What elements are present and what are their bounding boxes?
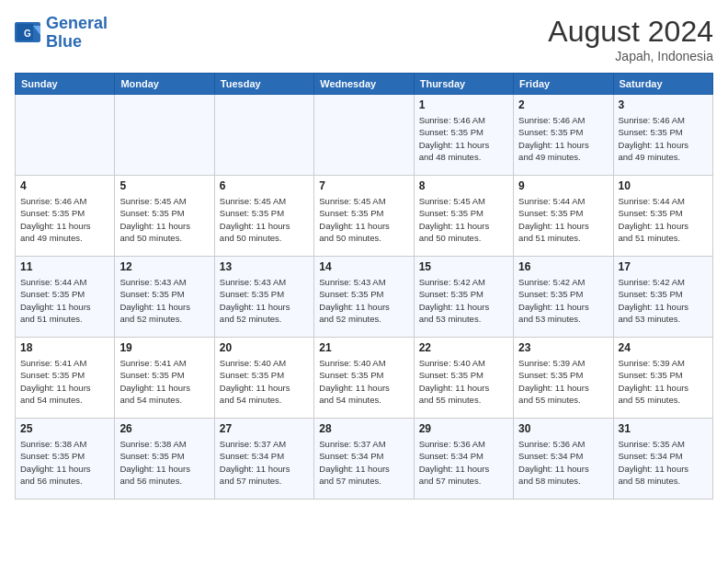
calendar-body: 1Sunrise: 5:46 AM Sunset: 5:35 PM Daylig… <box>16 95 713 500</box>
calendar-cell: 21Sunrise: 5:40 AM Sunset: 5:35 PM Dayli… <box>314 338 414 419</box>
day-number: 12 <box>119 260 209 273</box>
calendar-week-4: 18Sunrise: 5:41 AM Sunset: 5:35 PM Dayli… <box>16 338 713 419</box>
calendar-cell: 24Sunrise: 5:39 AM Sunset: 5:35 PM Dayli… <box>613 338 712 419</box>
calendar-cell <box>16 95 115 176</box>
weekday-header-tuesday: Tuesday <box>214 74 313 95</box>
day-number: 19 <box>119 341 209 354</box>
calendar-header: SundayMondayTuesdayWednesdayThursdayFrid… <box>16 74 713 95</box>
title-block: August 2024 Japah, Indonesia <box>548 15 713 63</box>
calendar-cell <box>214 95 313 176</box>
day-info: Sunrise: 5:44 AM Sunset: 5:35 PM Dayligh… <box>619 195 708 244</box>
day-info: Sunrise: 5:43 AM Sunset: 5:35 PM Dayligh… <box>319 276 408 325</box>
day-info: Sunrise: 5:43 AM Sunset: 5:35 PM Dayligh… <box>220 276 309 325</box>
calendar-cell: 17Sunrise: 5:42 AM Sunset: 5:35 PM Dayli… <box>613 257 712 338</box>
day-info: Sunrise: 5:42 AM Sunset: 5:35 PM Dayligh… <box>419 276 508 325</box>
logo-icon: G <box>15 22 42 44</box>
calendar-table: SundayMondayTuesdayWednesdayThursdayFrid… <box>15 73 713 500</box>
day-number: 9 <box>518 179 608 192</box>
calendar-cell: 29Sunrise: 5:36 AM Sunset: 5:34 PM Dayli… <box>414 419 513 500</box>
day-number: 6 <box>220 179 309 192</box>
day-info: Sunrise: 5:46 AM Sunset: 5:35 PM Dayligh… <box>419 114 508 163</box>
calendar-week-5: 25Sunrise: 5:38 AM Sunset: 5:35 PM Dayli… <box>16 419 713 500</box>
day-info: Sunrise: 5:35 AM Sunset: 5:34 PM Dayligh… <box>619 438 708 487</box>
day-number: 1 <box>419 98 508 111</box>
calendar-week-3: 11Sunrise: 5:44 AM Sunset: 5:35 PM Dayli… <box>16 257 713 338</box>
location: Japah, Indonesia <box>548 49 713 63</box>
calendar-cell: 28Sunrise: 5:37 AM Sunset: 5:34 PM Dayli… <box>314 419 414 500</box>
calendar-cell: 23Sunrise: 5:39 AM Sunset: 5:35 PM Dayli… <box>514 338 613 419</box>
day-number: 31 <box>619 422 708 435</box>
calendar-cell: 22Sunrise: 5:40 AM Sunset: 5:35 PM Dayli… <box>414 338 513 419</box>
day-number: 22 <box>419 341 508 354</box>
calendar-cell: 30Sunrise: 5:36 AM Sunset: 5:34 PM Dayli… <box>514 419 613 500</box>
day-info: Sunrise: 5:40 AM Sunset: 5:35 PM Dayligh… <box>319 357 408 406</box>
calendar-cell: 7Sunrise: 5:45 AM Sunset: 5:35 PM Daylig… <box>314 176 414 257</box>
day-number: 15 <box>419 260 508 273</box>
weekday-header-friday: Friday <box>514 74 613 95</box>
calendar-cell <box>115 95 214 176</box>
svg-text:G: G <box>24 29 31 39</box>
day-info: Sunrise: 5:45 AM Sunset: 5:35 PM Dayligh… <box>119 195 209 244</box>
day-number: 23 <box>518 341 608 354</box>
day-number: 3 <box>619 98 708 111</box>
day-info: Sunrise: 5:41 AM Sunset: 5:35 PM Dayligh… <box>20 357 109 406</box>
calendar-cell: 26Sunrise: 5:38 AM Sunset: 5:35 PM Dayli… <box>115 419 214 500</box>
calendar-cell: 5Sunrise: 5:45 AM Sunset: 5:35 PM Daylig… <box>115 176 214 257</box>
day-number: 26 <box>119 422 209 435</box>
day-info: Sunrise: 5:39 AM Sunset: 5:35 PM Dayligh… <box>518 357 608 406</box>
day-info: Sunrise: 5:38 AM Sunset: 5:35 PM Dayligh… <box>119 438 209 487</box>
calendar-cell: 1Sunrise: 5:46 AM Sunset: 5:35 PM Daylig… <box>414 95 513 176</box>
day-info: Sunrise: 5:43 AM Sunset: 5:35 PM Dayligh… <box>119 276 209 325</box>
day-number: 30 <box>518 422 608 435</box>
day-number: 28 <box>319 422 408 435</box>
day-number: 13 <box>220 260 309 273</box>
day-info: Sunrise: 5:44 AM Sunset: 5:35 PM Dayligh… <box>20 276 109 325</box>
weekday-header-sunday: Sunday <box>16 74 115 95</box>
day-info: Sunrise: 5:46 AM Sunset: 5:35 PM Dayligh… <box>20 195 109 244</box>
calendar-cell: 3Sunrise: 5:46 AM Sunset: 5:35 PM Daylig… <box>613 95 712 176</box>
day-number: 8 <box>419 179 508 192</box>
calendar-cell: 8Sunrise: 5:45 AM Sunset: 5:35 PM Daylig… <box>414 176 513 257</box>
weekday-row: SundayMondayTuesdayWednesdayThursdayFrid… <box>16 74 713 95</box>
calendar-cell: 15Sunrise: 5:42 AM Sunset: 5:35 PM Dayli… <box>414 257 513 338</box>
day-number: 17 <box>619 260 708 273</box>
weekday-header-wednesday: Wednesday <box>314 74 414 95</box>
day-info: Sunrise: 5:42 AM Sunset: 5:35 PM Dayligh… <box>518 276 608 325</box>
day-info: Sunrise: 5:45 AM Sunset: 5:35 PM Dayligh… <box>319 195 408 244</box>
day-number: 29 <box>419 422 508 435</box>
day-number: 16 <box>518 260 608 273</box>
day-info: Sunrise: 5:36 AM Sunset: 5:34 PM Dayligh… <box>419 438 508 487</box>
calendar-cell: 2Sunrise: 5:46 AM Sunset: 5:35 PM Daylig… <box>514 95 613 176</box>
calendar-cell: 16Sunrise: 5:42 AM Sunset: 5:35 PM Dayli… <box>514 257 613 338</box>
day-number: 25 <box>20 422 109 435</box>
month-year: August 2024 <box>548 15 713 49</box>
day-info: Sunrise: 5:36 AM Sunset: 5:34 PM Dayligh… <box>518 438 608 487</box>
day-number: 4 <box>20 179 109 192</box>
day-info: Sunrise: 5:44 AM Sunset: 5:35 PM Dayligh… <box>518 195 608 244</box>
day-number: 2 <box>518 98 608 111</box>
calendar-week-2: 4Sunrise: 5:46 AM Sunset: 5:35 PM Daylig… <box>16 176 713 257</box>
day-info: Sunrise: 5:39 AM Sunset: 5:35 PM Dayligh… <box>619 357 708 406</box>
day-info: Sunrise: 5:37 AM Sunset: 5:34 PM Dayligh… <box>319 438 408 487</box>
calendar-cell: 19Sunrise: 5:41 AM Sunset: 5:35 PM Dayli… <box>115 338 214 419</box>
calendar-cell: 12Sunrise: 5:43 AM Sunset: 5:35 PM Dayli… <box>115 257 214 338</box>
day-info: Sunrise: 5:40 AM Sunset: 5:35 PM Dayligh… <box>419 357 508 406</box>
day-number: 5 <box>119 179 209 192</box>
day-number: 11 <box>20 260 109 273</box>
calendar-cell: 10Sunrise: 5:44 AM Sunset: 5:35 PM Dayli… <box>613 176 712 257</box>
day-info: Sunrise: 5:45 AM Sunset: 5:35 PM Dayligh… <box>220 195 309 244</box>
day-number: 14 <box>319 260 408 273</box>
day-info: Sunrise: 5:38 AM Sunset: 5:35 PM Dayligh… <box>20 438 109 487</box>
page-header: G General Blue August 2024 Japah, Indone… <box>15 15 713 63</box>
calendar-week-1: 1Sunrise: 5:46 AM Sunset: 5:35 PM Daylig… <box>16 95 713 176</box>
day-number: 27 <box>220 422 309 435</box>
day-info: Sunrise: 5:41 AM Sunset: 5:35 PM Dayligh… <box>119 357 209 406</box>
day-info: Sunrise: 5:45 AM Sunset: 5:35 PM Dayligh… <box>419 195 508 244</box>
day-info: Sunrise: 5:40 AM Sunset: 5:35 PM Dayligh… <box>220 357 309 406</box>
day-number: 7 <box>319 179 408 192</box>
calendar-cell: 25Sunrise: 5:38 AM Sunset: 5:35 PM Dayli… <box>16 419 115 500</box>
calendar-cell: 11Sunrise: 5:44 AM Sunset: 5:35 PM Dayli… <box>16 257 115 338</box>
day-info: Sunrise: 5:42 AM Sunset: 5:35 PM Dayligh… <box>619 276 708 325</box>
day-number: 20 <box>220 341 309 354</box>
logo: G General Blue <box>15 15 108 52</box>
